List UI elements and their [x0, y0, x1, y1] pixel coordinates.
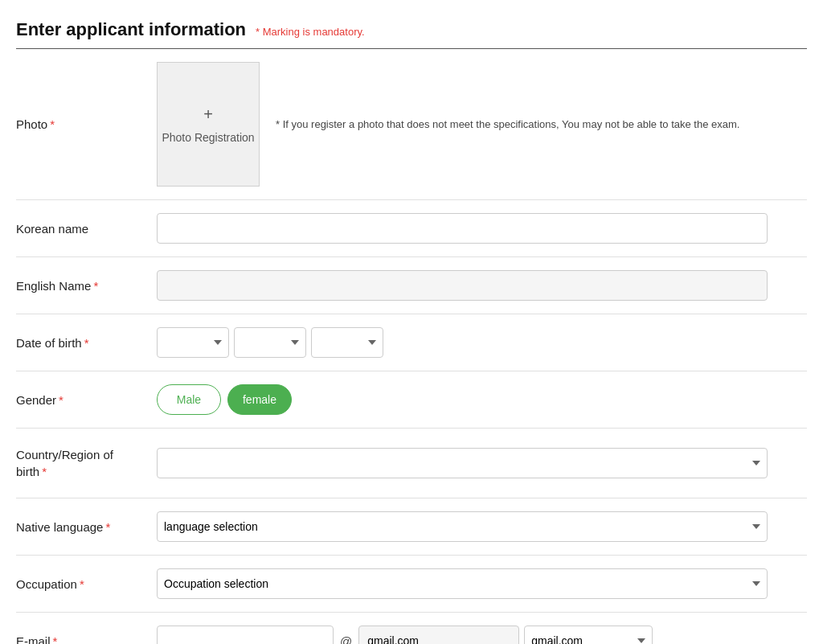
country-select[interactable] — [157, 448, 768, 478]
page-header: Enter applicant information * Marking is… — [16, 19, 807, 40]
english-name-input[interactable] — [157, 270, 768, 301]
plus-icon: + — [203, 102, 213, 126]
occupation-label: Occupation* — [16, 556, 157, 613]
email-domain-input[interactable] — [358, 626, 519, 644]
native-language-label: Native language* — [16, 498, 157, 556]
photo-note: * If you register a photo that does not … — [276, 118, 739, 130]
korean-name-input-cell — [157, 200, 807, 257]
gender-row: Gender* Male female — [16, 371, 807, 429]
occupation-input-cell: Occupation selection — [157, 556, 807, 613]
page-title: Enter applicant information — [16, 19, 246, 40]
photo-label: Photo* — [16, 49, 157, 200]
at-sign: @ — [338, 634, 354, 645]
english-name-label: English Name* — [16, 257, 157, 314]
email-label: E-mail* — [16, 613, 157, 645]
dob-input-cell — [157, 314, 807, 371]
occupation-row: Occupation* Occupation selection — [16, 556, 807, 613]
korean-name-label: Korean name — [16, 200, 157, 257]
english-name-input-cell — [157, 257, 807, 314]
gender-input-cell: Male female — [157, 371, 807, 429]
english-name-row: English Name* — [16, 257, 807, 314]
gender-label: Gender* — [16, 371, 157, 429]
photo-upload-button[interactable]: + Photo Registration — [157, 62, 260, 187]
email-row: E-mail* @ gmail.com yahoo.com outlook.co… — [16, 613, 807, 645]
gender-male-button[interactable]: Male — [157, 384, 221, 415]
gender-female-button[interactable]: female — [227, 384, 292, 415]
native-language-row: Native language* language selection — [16, 498, 807, 556]
country-input-cell — [157, 429, 807, 498]
country-label: Country/Region of birth* — [16, 429, 157, 498]
mandatory-note: * Marking is mandatory. — [256, 26, 365, 38]
photo-input-cell: + Photo Registration * If you register a… — [157, 49, 807, 200]
korean-name-row: Korean name — [16, 200, 807, 257]
photo-row: Photo* + Photo Registration * If you reg… — [16, 49, 807, 200]
dob-month-select[interactable] — [234, 327, 306, 358]
email-domain-select[interactable]: gmail.com yahoo.com outlook.com hotmail.… — [524, 626, 653, 644]
occupation-select[interactable]: Occupation selection — [157, 568, 768, 599]
dob-label: Date of birth* — [16, 314, 157, 371]
native-language-select[interactable]: language selection — [157, 511, 768, 542]
native-language-input-cell: language selection — [157, 498, 807, 556]
dob-day-select[interactable] — [311, 327, 383, 358]
gender-buttons: Male female — [157, 384, 807, 415]
email-local-input[interactable] — [157, 626, 334, 644]
korean-name-input[interactable] — [157, 213, 768, 244]
dob-selects — [157, 327, 807, 358]
email-fields: @ gmail.com yahoo.com outlook.com hotmai… — [157, 626, 807, 644]
applicant-form: Photo* + Photo Registration * If you reg… — [16, 49, 807, 644]
dob-row: Date of birth* — [16, 314, 807, 371]
email-input-cell: @ gmail.com yahoo.com outlook.com hotmai… — [157, 613, 807, 645]
country-row: Country/Region of birth* — [16, 429, 807, 498]
photo-row-inner: + Photo Registration * If you register a… — [157, 62, 807, 187]
photo-upload-label: Photo Registration — [162, 129, 254, 146]
dob-year-select[interactable] — [157, 327, 229, 358]
